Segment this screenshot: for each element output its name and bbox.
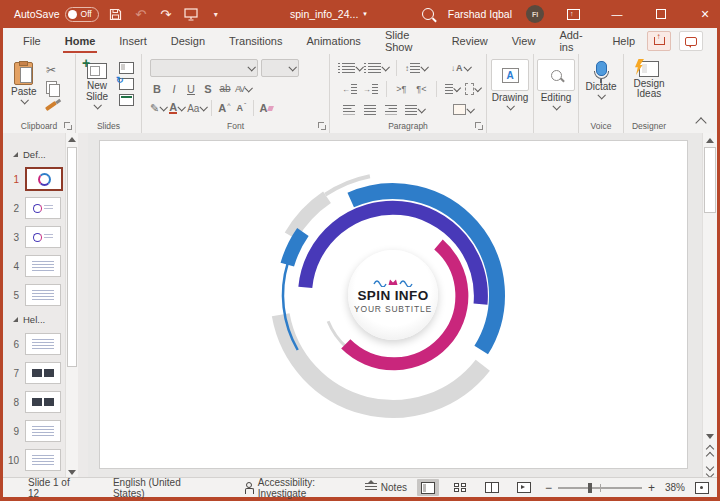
title-dropdown-icon[interactable]: ▾: [363, 10, 367, 18]
scroll-up-icon[interactable]: [703, 134, 717, 146]
align-right-button[interactable]: [384, 102, 398, 117]
panel-scroll-up-icon[interactable]: [66, 133, 78, 145]
bullets-button[interactable]: [342, 61, 362, 76]
tab-home[interactable]: Home: [53, 28, 108, 54]
line-spacing-button[interactable]: ↕: [405, 61, 427, 76]
slide-show-button[interactable]: [513, 479, 535, 496]
share-button[interactable]: [647, 31, 671, 51]
tab-animations[interactable]: Animations: [294, 28, 372, 54]
collapse-ribbon-button[interactable]: [695, 117, 706, 128]
normal-view-button[interactable]: [417, 479, 439, 496]
highlight-button[interactable]: ✎: [150, 101, 166, 116]
avatar[interactable]: FI: [526, 5, 544, 23]
next-slide-button[interactable]: [703, 464, 717, 476]
font-size-select[interactable]: [261, 59, 299, 77]
clipboard-dialog-launcher[interactable]: [64, 122, 72, 130]
decrease-indent-button[interactable]: ←: [342, 82, 357, 97]
underline-button[interactable]: U: [184, 81, 198, 96]
copy-button[interactable]: [43, 80, 60, 95]
slide-sorter-view-button[interactable]: [449, 479, 471, 496]
language-indicator[interactable]: English (United States): [113, 477, 214, 499]
previous-slide-button[interactable]: [703, 446, 717, 458]
slide-canvas[interactable]: SPIN INFO YOUR SUBTITLE: [100, 141, 687, 468]
convert-smartart-button[interactable]: [453, 102, 473, 117]
reading-view-button[interactable]: [481, 479, 503, 496]
decrease-font-button[interactable]: Aˇ: [234, 101, 248, 116]
zoom-percent[interactable]: 38%: [665, 482, 685, 493]
tab-review[interactable]: Review: [440, 28, 500, 54]
slide-thumbnail-9[interactable]: [25, 420, 61, 442]
slide-thumbnail-6[interactable]: [25, 333, 61, 355]
slide-subtitle[interactable]: YOUR SUBTITLE: [354, 304, 432, 314]
tab-slide-show[interactable]: Slide Show: [373, 28, 440, 54]
editing-button[interactable]: Editing: [534, 54, 578, 110]
drawing-button[interactable]: A Drawing: [487, 54, 533, 110]
tab-add-ins[interactable]: Add-ins: [547, 28, 600, 54]
fit-slide-button[interactable]: [695, 482, 709, 494]
slide-thumbnail-5[interactable]: [25, 284, 61, 306]
tab-view[interactable]: View: [500, 28, 548, 54]
notes-button[interactable]: Notes: [365, 482, 407, 493]
search-icon[interactable]: [422, 8, 434, 20]
autosave-toggle[interactable]: AutoSave Off: [14, 7, 99, 22]
character-spacing-button[interactable]: AV: [235, 81, 251, 96]
change-case-button[interactable]: Aa: [187, 101, 206, 116]
slide-thumbnail-2[interactable]: [25, 197, 61, 219]
maximize-button[interactable]: [646, 0, 676, 28]
cut-button[interactable]: ✂: [43, 62, 60, 77]
reset-slide-button[interactable]: [119, 78, 134, 90]
accessibility-checker[interactable]: Accessibility: Investigate: [244, 477, 365, 499]
slide-thumbnail-3[interactable]: [25, 226, 61, 248]
dictate-button[interactable]: Dictate: [579, 54, 623, 99]
tab-file[interactable]: File: [11, 28, 53, 54]
slide-thumbnail-1[interactable]: [25, 167, 63, 191]
section-button[interactable]: [119, 94, 134, 106]
slide-indicator[interactable]: Slide 1 of 12: [28, 477, 83, 499]
panel-scrollbar[interactable]: [65, 133, 78, 478]
tab-design[interactable]: Design: [159, 28, 217, 54]
customize-qat-button[interactable]: ▾: [208, 6, 224, 22]
clear-formatting-button[interactable]: A: [259, 101, 273, 116]
minimize-button[interactable]: —: [602, 0, 632, 28]
slide-thumbnail-4[interactable]: [25, 255, 61, 277]
rtl-button[interactable]: ¶<: [414, 82, 428, 97]
new-slide-button[interactable]: New Slide: [82, 58, 112, 109]
align-center-button[interactable]: [363, 102, 377, 117]
design-ideas-button[interactable]: Design Ideas: [624, 54, 674, 99]
zoom-slider[interactable]: [558, 487, 642, 489]
justify-button[interactable]: [405, 102, 424, 117]
columns-button[interactable]: [445, 82, 459, 97]
comments-button[interactable]: [679, 31, 703, 51]
text-shadow-button[interactable]: S: [201, 81, 215, 96]
slide-layout-button[interactable]: [119, 62, 134, 74]
numbering-button[interactable]: [368, 61, 388, 76]
close-button[interactable]: ×: [690, 0, 720, 28]
scroll-down-icon[interactable]: [703, 430, 717, 442]
font-name-select[interactable]: [150, 59, 258, 77]
tab-transitions[interactable]: Transitions: [217, 28, 294, 54]
start-presentation-button[interactable]: [183, 6, 199, 22]
save-button[interactable]: [108, 6, 124, 22]
increase-font-button[interactable]: A^: [217, 101, 231, 116]
text-direction-button[interactable]: ↓A: [451, 61, 470, 76]
increase-indent-button[interactable]: →: [363, 82, 378, 97]
main-scrollbar-thumb[interactable]: [704, 147, 716, 213]
strikethrough-button[interactable]: ab: [218, 81, 232, 96]
slide-thumbnail-10[interactable]: [25, 449, 61, 471]
tab-help[interactable]: Help: [600, 28, 647, 54]
align-text-button[interactable]: [465, 82, 480, 97]
slide-thumbnail-7[interactable]: [25, 362, 61, 384]
italic-button[interactable]: I: [167, 81, 181, 96]
slide-thumbnail-8[interactable]: [25, 391, 61, 413]
panel-scrollbar-thumb[interactable]: [67, 147, 77, 367]
slide-title[interactable]: SPIN INFO: [357, 288, 428, 303]
main-scrollbar[interactable]: [702, 133, 717, 478]
zoom-in-button[interactable]: +: [648, 483, 655, 493]
align-left-button[interactable]: [342, 102, 356, 117]
redo-button[interactable]: ↷: [158, 6, 174, 22]
tab-insert[interactable]: Insert: [107, 28, 159, 54]
zoom-slider-thumb[interactable]: [588, 483, 592, 493]
undo-button[interactable]: ↶: [133, 6, 149, 22]
paragraph-dialog-launcher[interactable]: [475, 122, 483, 130]
zoom-out-button[interactable]: −: [545, 483, 552, 493]
